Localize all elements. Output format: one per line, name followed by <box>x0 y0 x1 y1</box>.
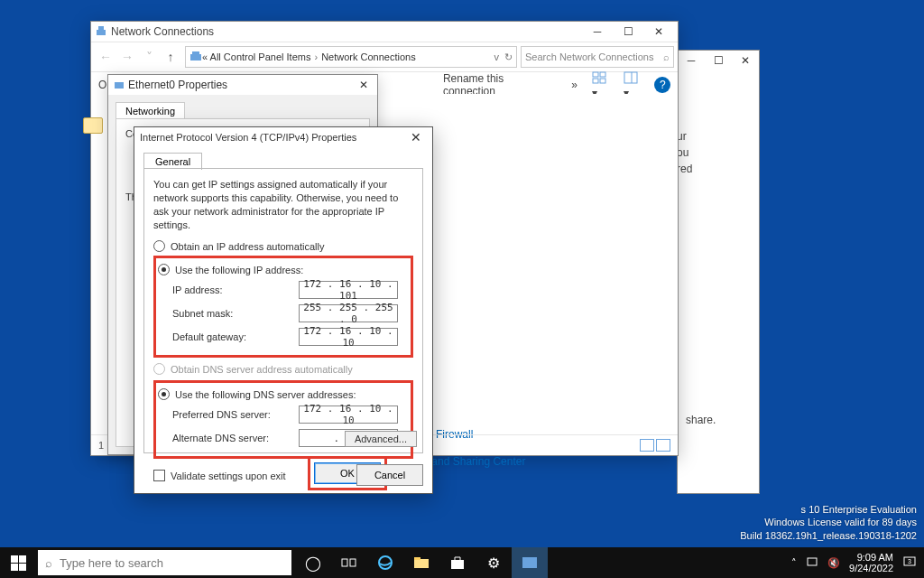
start-button[interactable] <box>0 547 36 578</box>
svg-rect-16 <box>451 560 464 569</box>
taskbar-search-input[interactable]: ⌕ Type here to search <box>38 550 291 575</box>
svg-rect-1 <box>98 26 104 30</box>
breadcrumb-parent[interactable]: « All Control Panel Items <box>202 51 310 62</box>
validate-checkbox[interactable] <box>153 470 165 481</box>
address-bar[interactable]: « All Control Panel Items › Network Conn… <box>185 46 517 68</box>
task-view-icon[interactable] <box>331 547 367 578</box>
store-icon[interactable] <box>439 547 476 578</box>
nav-up-button[interactable]: ↑ <box>160 46 181 68</box>
eth-props-title: Ethernet0 Properties <box>128 79 227 91</box>
nav-recent-button[interactable]: ˅ <box>138 46 160 68</box>
bg-share-text: share. <box>686 414 794 426</box>
svg-rect-17 <box>522 557 537 568</box>
search-icon: ⌕ <box>663 51 670 62</box>
taskbar-active-window[interactable] <box>512 547 548 578</box>
ipv4-properties-dialog: Internet Protocol Version 4 (TCP/IPv4) P… <box>134 126 433 494</box>
cortana-icon[interactable]: ◯ <box>295 547 331 578</box>
desktop-folder-icon[interactable] <box>83 117 103 134</box>
svg-rect-10 <box>115 82 124 89</box>
help-icon[interactable]: ? <box>654 77 670 93</box>
svg-rect-2 <box>190 54 201 61</box>
explorer-icon <box>95 24 107 40</box>
toolbar-more[interactable]: » <box>571 79 578 91</box>
tray-network-icon[interactable] <box>806 556 818 569</box>
svg-rect-4 <box>593 72 598 77</box>
close-button[interactable]: ✕ <box>643 22 674 42</box>
preferred-dns-input[interactable]: 172 . 16 . 10 . 10 <box>299 406 398 424</box>
minimize-button[interactable]: ─ <box>582 22 613 42</box>
tray-volume-icon[interactable]: 🔇 <box>827 557 840 569</box>
svg-rect-8 <box>624 72 637 83</box>
breadcrumb-current[interactable]: Network Connections <box>321 51 416 62</box>
svg-text:3: 3 <box>908 558 911 564</box>
eth-close-button[interactable]: ✕ <box>356 79 372 91</box>
radio-auto-ip[interactable]: Obtain an IP address automatically <box>153 240 413 252</box>
eth-props-icon <box>114 79 125 92</box>
validate-label: Validate settings upon exit <box>171 471 286 481</box>
ip-address-label: IP address: <box>172 284 299 295</box>
svg-rect-0 <box>97 30 106 35</box>
view-details-icon[interactable] <box>640 439 654 452</box>
nav-back-button[interactable]: ← <box>95 46 116 68</box>
file-explorer-icon[interactable] <box>403 547 439 578</box>
taskbar: ⌕ Type here to search ◯ ⚙ ˄ <box>0 547 924 578</box>
maximize-button[interactable]: ☐ <box>613 22 643 42</box>
view-tile-icon[interactable] <box>656 439 670 452</box>
svg-rect-12 <box>350 559 356 566</box>
radio-auto-dns: Obtain DNS server address automatically <box>153 363 413 375</box>
svg-rect-6 <box>593 79 598 83</box>
cancel-button[interactable]: Cancel <box>356 464 423 486</box>
svg-rect-14 <box>414 559 429 568</box>
nav-forward-button[interactable]: → <box>116 46 138 68</box>
tray-notifications-icon[interactable]: 3 <box>902 555 917 570</box>
svg-rect-3 <box>192 51 199 54</box>
preferred-dns-label: Preferred DNS server: <box>172 409 299 420</box>
bg-close-button[interactable]: ✕ <box>732 51 759 70</box>
svg-rect-18 <box>808 558 817 565</box>
breadcrumb-icon <box>189 51 202 63</box>
ipv4-close-button[interactable]: ✕ <box>405 130 427 144</box>
svg-rect-5 <box>600 72 605 77</box>
svg-rect-15 <box>414 557 420 560</box>
default-gateway-input[interactable]: 172 . 16 . 10 . 10 <box>299 328 398 346</box>
ipv4-description: You can get IP settings assigned automat… <box>153 178 413 231</box>
bg-minimize-button[interactable]: ─ <box>678 51 705 70</box>
dns-fields-group: Use the following DNS server addresses: … <box>153 380 413 459</box>
radio-static-ip[interactable]: Use the following IP address: <box>158 264 407 275</box>
ipv4-title: Internet Protocol Version 4 (TCP/IPv4) P… <box>140 132 356 143</box>
svg-rect-11 <box>342 559 347 566</box>
alternate-dns-label: Alternate DNS server: <box>172 433 299 443</box>
tab-networking[interactable]: Networking <box>116 102 185 119</box>
background-window: ─ ☐ ✕ <box>677 50 760 494</box>
ip-address-input[interactable]: 172 . 16 . 10 . 101 <box>299 281 398 299</box>
search-icon: ⌕ <box>45 556 52 570</box>
advanced-button[interactable]: Advanced... <box>345 431 417 447</box>
tray-chevron-icon[interactable]: ˄ <box>791 557 797 569</box>
subnet-mask-input[interactable]: 255 . 255 . 255 . 0 <box>299 304 398 322</box>
ip-fields-group: Use the following IP address: IP address… <box>153 256 413 358</box>
tray-clock[interactable]: 9:09 AM 9/24/2022 <box>849 552 893 573</box>
subnet-mask-label: Subnet mask: <box>172 308 299 319</box>
bg-maximize-button[interactable]: ☐ <box>705 51 732 70</box>
explorer-search-input[interactable]: Search Network Connections ⌕ <box>521 46 674 68</box>
settings-icon[interactable]: ⚙ <box>476 547 512 578</box>
radio-static-dns[interactable]: Use the following DNS server addresses: <box>158 388 407 400</box>
explorer-title: Network Connections <box>111 25 582 38</box>
edge-icon[interactable] <box>367 547 403 578</box>
bg-peek-text: ur ou red <box>677 128 785 177</box>
windows-watermark: s 10 Enterprise Evaluation Windows Licen… <box>740 503 917 542</box>
svg-rect-7 <box>600 79 605 83</box>
default-gateway-label: Default gateway: <box>172 331 299 342</box>
